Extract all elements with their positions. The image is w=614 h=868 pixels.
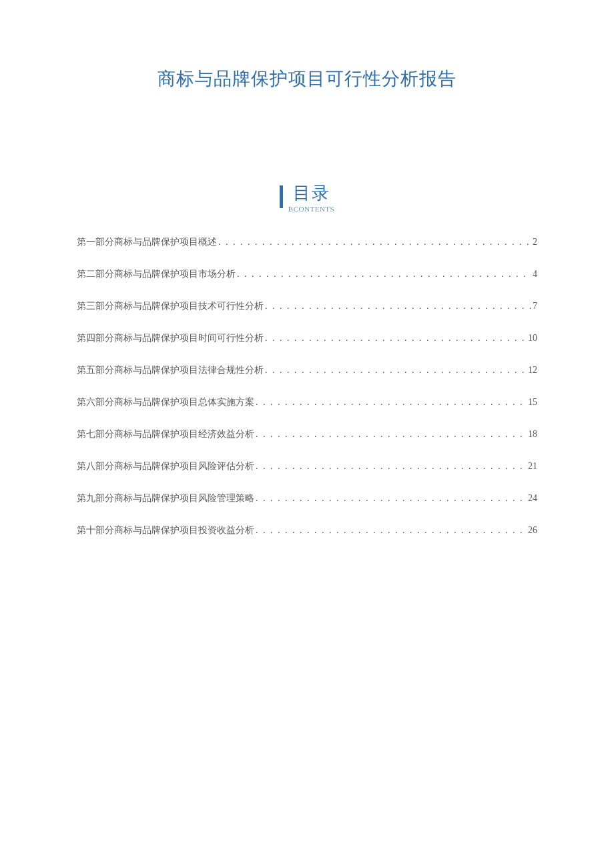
toc-item: 第一部分商标与品牌保护项目概述 2	[77, 236, 537, 248]
toc-item: 第二部分商标与品牌保护项目市场分析 4	[77, 268, 537, 280]
toc-item-label: 第三部分商标与品牌保护项目技术可行性分析	[77, 300, 264, 312]
toc-item-label: 第五部分商标与品牌保护项目法律合规性分析	[77, 364, 264, 376]
toc-item-page: 15	[527, 397, 537, 408]
toc-leader-dots	[254, 461, 527, 472]
toc-item-label: 第一部分商标与品牌保护项目概述	[77, 236, 217, 248]
toc-leader-dots	[236, 269, 531, 280]
toc-item-page: 2	[531, 237, 537, 248]
toc-leader-dots	[254, 525, 527, 536]
toc-header-inner: 目录 BCONTENTS	[280, 184, 334, 213]
toc-item-page: 12	[527, 365, 537, 376]
toc-heading-en: BCONTENTS	[288, 205, 334, 213]
toc-leader-dots	[254, 397, 527, 408]
toc-header: 目录 BCONTENTS	[77, 184, 537, 213]
toc-item: 第四部分商标与品牌保护项目时间可行性分析 10	[77, 332, 537, 344]
toc-item: 第七部分商标与品牌保护项目经济效益分析 18	[77, 428, 537, 440]
toc-item: 第六部分商标与品牌保护项目总体实施方案 15	[77, 396, 537, 408]
toc-item: 第八部分商标与品牌保护项目风险评估分析 21	[77, 460, 537, 472]
toc-item-page: 26	[527, 525, 537, 536]
toc-leader-dots	[264, 365, 527, 376]
toc-item-label: 第七部分商标与品牌保护项目经济效益分析	[77, 428, 254, 440]
toc-leader-dots	[254, 493, 527, 504]
toc-titles: 目录 BCONTENTS	[288, 184, 334, 213]
toc-item-label: 第二部分商标与品牌保护项目市场分析	[77, 268, 236, 280]
toc-item-label: 第九部分商标与品牌保护项目风险管理策略	[77, 492, 254, 504]
toc-item: 第九部分商标与品牌保护项目风险管理策略 24	[77, 492, 537, 504]
toc-list: 第一部分商标与品牌保护项目概述 2 第二部分商标与品牌保护项目市场分析 4 第三…	[77, 236, 537, 536]
toc-item: 第三部分商标与品牌保护项目技术可行性分析 7	[77, 300, 537, 312]
toc-leader-dots	[217, 237, 531, 248]
toc-item-page: 10	[527, 333, 537, 344]
document-page: 商标与品牌保护项目可行性分析报告 目录 BCONTENTS 第一部分商标与品牌保…	[0, 0, 614, 536]
toc-accent-bar	[280, 185, 283, 208]
toc-leader-dots	[264, 301, 531, 312]
toc-item-page: 18	[527, 429, 537, 440]
toc-item-page: 4	[531, 269, 537, 280]
document-title: 商标与品牌保护项目可行性分析报告	[77, 67, 537, 91]
toc-item: 第十部分商标与品牌保护项目投资收益分析 26	[77, 524, 537, 536]
toc-leader-dots	[254, 429, 527, 440]
toc-item-label: 第八部分商标与品牌保护项目风险评估分析	[77, 460, 254, 472]
toc-leader-dots	[264, 333, 527, 344]
toc-heading-cn: 目录	[293, 184, 330, 203]
toc-item-label: 第四部分商标与品牌保护项目时间可行性分析	[77, 332, 264, 344]
toc-item-label: 第十部分商标与品牌保护项目投资收益分析	[77, 524, 254, 536]
toc-item-page: 21	[527, 461, 537, 472]
toc-item-page: 24	[527, 493, 537, 504]
toc-item: 第五部分商标与品牌保护项目法律合规性分析 12	[77, 364, 537, 376]
toc-item-page: 7	[531, 301, 537, 312]
toc-item-label: 第六部分商标与品牌保护项目总体实施方案	[77, 396, 254, 408]
